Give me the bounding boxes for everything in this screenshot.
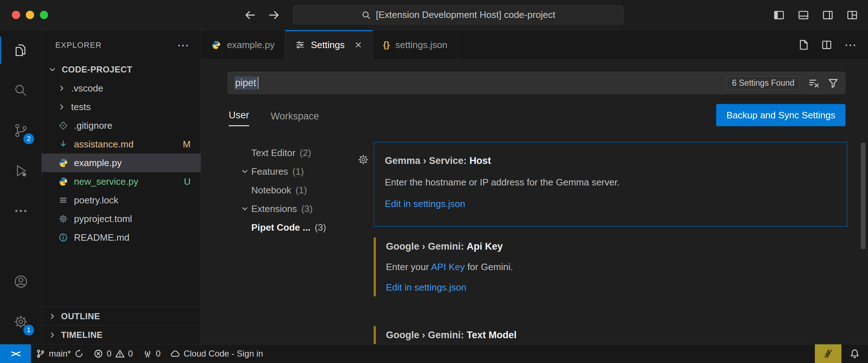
- activity-run-debug-button[interactable]: [0, 151, 41, 191]
- setting-title: Google › Gemini: Api Key: [386, 240, 847, 253]
- git-branch-status[interactable]: main*: [31, 344, 89, 363]
- close-tab-icon[interactable]: [354, 41, 363, 49]
- setting-description: Enter the hostname or IP address for the…: [385, 176, 836, 188]
- setting-description: Enter your API Key for Gemini.: [386, 261, 847, 273]
- files-icon: [13, 43, 28, 58]
- toggle-sidebar-icon[interactable]: [773, 10, 785, 20]
- file-label: README.md: [74, 232, 130, 243]
- manage-setting-gear-icon[interactable]: [358, 154, 369, 165]
- git-file-icon: [58, 121, 68, 131]
- lock-file-icon: [58, 195, 68, 205]
- toc-features[interactable]: Features (1): [235, 162, 368, 181]
- folder-tests[interactable]: tests: [42, 98, 201, 116]
- file-pyproject-toml[interactable]: pyproject.toml: [42, 209, 201, 228]
- toc-text-editor[interactable]: Text Editor (2): [235, 143, 368, 162]
- ports-status[interactable]: 0: [138, 344, 165, 363]
- timeline-label: TIMELINE: [61, 330, 103, 340]
- chevron-down-icon: [241, 167, 249, 176]
- tab-settings-json[interactable]: {} settings.json: [373, 30, 458, 60]
- setting-gemma-service-host[interactable]: Gemma › Service: Host Enter the hostname…: [374, 142, 847, 227]
- status-bar: >< main* 0 0 0: [0, 344, 868, 363]
- explorer-more-actions-icon[interactable]: ⋯: [177, 38, 190, 52]
- file-assistance-md[interactable]: assistance.md M: [42, 135, 201, 154]
- folder-vscode[interactable]: .vscode: [42, 79, 201, 98]
- file-readme-md[interactable]: README.md: [42, 228, 201, 247]
- activity-more-button[interactable]: [0, 191, 41, 231]
- tree-root-code-project[interactable]: CODE-PROJECT: [42, 60, 201, 79]
- settings-editor: pipet 6 Settings Found User Worksp: [201, 60, 868, 344]
- file-gitignore[interactable]: .gitignore: [42, 116, 201, 135]
- tree-root-label: CODE-PROJECT: [62, 65, 132, 75]
- tab-settings[interactable]: Settings: [285, 30, 373, 60]
- customize-layout-icon[interactable]: [846, 10, 858, 20]
- forward-icon[interactable]: [268, 9, 280, 21]
- setting-google-gemini-api-key[interactable]: Google › Gemini: Api Key Enter your API …: [374, 237, 847, 296]
- remote-indicator[interactable]: ><: [0, 344, 31, 363]
- problems-status[interactable]: 0 0: [89, 344, 138, 363]
- file-label: example.py: [74, 157, 122, 169]
- minimize-window-button[interactable]: [26, 11, 34, 19]
- settings-search-meta: 6 Settings Found: [727, 76, 839, 90]
- filter-icon[interactable]: [828, 77, 839, 88]
- split-editor-icon[interactable]: [821, 39, 832, 50]
- backup-sync-settings-button[interactable]: Backup and Sync Settings: [716, 104, 845, 126]
- toggle-secondary-sidebar-icon[interactable]: [822, 10, 834, 20]
- settings-scrollbar[interactable]: [861, 143, 865, 249]
- chevron-right-icon: [57, 84, 66, 93]
- back-icon[interactable]: [244, 9, 256, 21]
- titlebar: [Extension Development Host] code-projec…: [0, 0, 868, 30]
- editor-tabs: example.py Settings {} settings.json: [201, 30, 868, 60]
- file-example-py[interactable]: example.py: [42, 154, 201, 172]
- toc-notebook[interactable]: Notebook (1): [235, 181, 368, 199]
- bell-icon: [850, 349, 860, 359]
- toc-pipet-code[interactable]: Pipet Code ... (3): [235, 218, 368, 237]
- toc-extensions[interactable]: Extensions (3): [235, 199, 368, 218]
- chevron-down-icon: [48, 65, 57, 74]
- settings-search-input[interactable]: pipet 6 Settings Found: [228, 72, 845, 94]
- json-braces-icon: {}: [383, 40, 390, 50]
- setting-title: Gemma › Service: Host: [385, 155, 836, 167]
- setting-google-gemini-text-model[interactable]: Google › Gemini: Text Model: [374, 326, 847, 344]
- scope-tab-workspace[interactable]: Workspace: [271, 111, 319, 126]
- run-debug-icon: [13, 163, 28, 178]
- settings-badge: 1: [23, 325, 34, 335]
- toggle-panel-icon[interactable]: [798, 10, 809, 20]
- activity-search-button[interactable]: [0, 70, 41, 110]
- info-file-icon: [58, 232, 68, 242]
- file-tree: CODE-PROJECT .vscode tests .gitignore: [42, 60, 201, 247]
- cloud-code-status[interactable]: Cloud Code - Sign in: [165, 344, 268, 363]
- file-poetry-lock[interactable]: poetry.lock: [42, 191, 201, 209]
- chevron-right-icon: [48, 331, 57, 339]
- notifications-bell-button[interactable]: [841, 344, 868, 363]
- edit-in-settings-json-link[interactable]: Edit in settings.json: [385, 198, 836, 210]
- source-control-badge: 2: [23, 133, 34, 144]
- tab-label: Settings: [311, 39, 345, 51]
- outline-section-header[interactable]: OUTLINE: [42, 307, 201, 325]
- edit-in-settings-json-link[interactable]: Edit in settings.json: [386, 281, 847, 293]
- activity-settings-button[interactable]: 1: [0, 302, 41, 342]
- warnings-icon: [115, 349, 125, 358]
- scope-tab-user[interactable]: User: [229, 110, 249, 126]
- branch-name: main*: [49, 349, 71, 359]
- history-nav: [244, 0, 280, 30]
- clear-filters-icon[interactable]: [808, 77, 819, 88]
- file-label: assistance.md: [74, 139, 134, 150]
- command-center[interactable]: [Extension Development Host] code-projec…: [293, 5, 624, 24]
- ports-count: 0: [156, 349, 160, 359]
- zoom-window-button[interactable]: [40, 11, 48, 19]
- tab-example-py[interactable]: example.py: [201, 30, 285, 60]
- tab-label: settings.json: [396, 39, 448, 51]
- command-center-title: [Extension Development Host] code-projec…: [376, 9, 555, 20]
- open-settings-json-icon[interactable]: [798, 39, 809, 50]
- more-actions-icon[interactable]: ⋯: [844, 38, 857, 52]
- activity-explorer-button[interactable]: [0, 30, 41, 70]
- api-key-link[interactable]: API Key: [431, 261, 465, 272]
- close-window-button[interactable]: [12, 11, 20, 19]
- activity-source-control-button[interactable]: 2: [0, 110, 41, 151]
- chevron-down-icon: [241, 204, 249, 213]
- sync-changes-icon[interactable]: [74, 349, 84, 358]
- file-new-service-py[interactable]: new_service.py U: [42, 172, 201, 191]
- timeline-section-header[interactable]: TIMELINE: [42, 325, 201, 344]
- extension-host-warning-status[interactable]: [815, 344, 841, 363]
- activity-accounts-button[interactable]: [0, 261, 41, 302]
